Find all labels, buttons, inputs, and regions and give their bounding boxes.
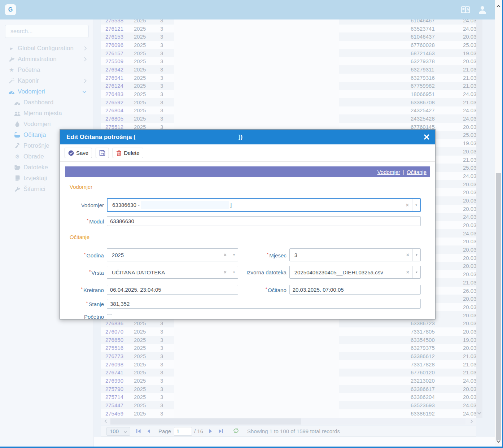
sidebar-item-administration[interactable]: Administration xyxy=(0,54,93,65)
book-icon xyxy=(14,175,21,181)
last-page-button[interactable] xyxy=(218,429,223,434)
record-id-link[interactable]: 276990 xyxy=(101,378,123,384)
hscroll-thumb[interactable] xyxy=(110,418,301,425)
record-id-link[interactable]: 276650 xyxy=(101,337,123,343)
page-number-input[interactable] xyxy=(174,427,192,436)
scroll-right-icon[interactable] xyxy=(467,418,476,425)
record-id-link[interactable]: 275459 xyxy=(101,410,123,417)
search-input[interactable] xyxy=(5,25,89,38)
stanje-input[interactable] xyxy=(107,299,421,309)
record-date: 20.03 xyxy=(463,206,476,212)
gauge-icon xyxy=(8,89,15,95)
user-icon[interactable] xyxy=(478,5,486,14)
record-id-link[interactable]: 276805 xyxy=(101,116,123,122)
app-logo[interactable]: G xyxy=(5,4,16,15)
ocitano-input[interactable] xyxy=(289,285,421,295)
record-id-link[interactable]: 275516 xyxy=(101,345,123,351)
record-id-link[interactable]: 276804 xyxy=(101,107,123,113)
sidebar-item-pocetna[interactable]: ★ Početna xyxy=(0,65,93,75)
sidebar-item-global-configuration[interactable]: ▸ Global Configuration xyxy=(0,43,93,54)
nav-link-vodomjer[interactable]: Vodomjer xyxy=(377,169,400,175)
record-month: 3 xyxy=(160,361,165,367)
record-id-link[interactable]: 276096 xyxy=(101,42,123,48)
record-meter-number: 63386204 xyxy=(411,394,436,400)
record-id-link[interactable]: 276070 xyxy=(101,329,123,335)
first-page-button[interactable] xyxy=(136,429,141,434)
record-id-link[interactable]: 275790 xyxy=(101,386,123,392)
scroll-down-icon[interactable] xyxy=(496,438,501,444)
clear-icon[interactable]: × xyxy=(403,202,412,208)
delete-button[interactable]: Delete xyxy=(113,148,143,158)
record-date: 24.03 xyxy=(463,91,476,97)
dropdown-caret-icon[interactable]: ▾ xyxy=(412,249,420,261)
page-scrollbar-thumb[interactable] xyxy=(496,173,501,440)
record-id-link[interactable]: 276098 xyxy=(101,361,123,367)
sidebar-item-kaponir[interactable]: Kaponir xyxy=(0,75,93,86)
dialog-title: Edit Očitana potrošnja ( xyxy=(66,134,136,141)
record-id-link[interactable]: 275447 xyxy=(101,402,123,408)
record-year: 2025 xyxy=(134,83,147,89)
clear-icon[interactable]: × xyxy=(220,252,230,258)
record-date: 20.03 xyxy=(463,148,476,155)
record-id-link[interactable]: 276941 xyxy=(101,75,123,81)
kreirano-input[interactable] xyxy=(107,285,238,295)
record-month: 3 xyxy=(160,337,165,343)
dropdown-caret-icon[interactable]: ▾ xyxy=(412,266,420,278)
sidebar-item-vodomjeri[interactable]: Vodomjeri xyxy=(0,86,93,97)
record-date: 24.03 xyxy=(463,214,476,220)
dialog-title-suffix: ]) xyxy=(239,134,242,141)
godina-combobox[interactable]: 2025 × ▾ xyxy=(107,248,238,261)
record-month: 3 xyxy=(160,345,165,351)
sidebar-item-mjerna-mjesta[interactable]: Mjerna mjesta xyxy=(0,108,93,119)
record-year: 2025 xyxy=(134,91,147,97)
record-date: 24.03 xyxy=(463,107,476,113)
chevron-down-icon[interactable] xyxy=(477,410,482,416)
sidebar-item-dashboard[interactable]: Dashboard xyxy=(0,97,93,108)
sidebar-item-vodomjeri-sub[interactable]: Vodomjeri xyxy=(0,119,93,130)
mjesec-combobox[interactable]: 3 × ▾ xyxy=(289,248,421,261)
save-icon-button[interactable] xyxy=(96,148,109,158)
gauge-icon xyxy=(14,100,21,105)
refresh-icon[interactable] xyxy=(233,428,239,435)
record-year: 2025 xyxy=(134,99,147,105)
dropdown-caret-icon[interactable]: ▾ xyxy=(230,266,238,278)
scroll-left-icon[interactable] xyxy=(101,418,110,425)
record-id-link[interactable]: 275714 xyxy=(101,394,123,400)
scroll-up-icon[interactable] xyxy=(496,3,501,9)
previous-page-button[interactable] xyxy=(147,429,150,434)
nav-link-ocitanje[interactable]: Očitanje xyxy=(407,169,427,175)
record-date: 19.03 xyxy=(463,50,476,56)
record-id-link[interactable]: 275538 xyxy=(101,19,123,23)
modul-input[interactable] xyxy=(107,216,421,226)
dropdown-caret-icon[interactable]: ▾ xyxy=(412,199,420,211)
record-id-link[interactable]: 276121 xyxy=(101,26,123,32)
record-id-link[interactable]: 275509 xyxy=(101,58,123,64)
vodomjer-combobox[interactable]: 63386630 -] × ▾ xyxy=(107,198,421,212)
izvorna-datoteka-combobox[interactable]: 20250406230405__DIEHL0325a.csv × ▾ xyxy=(289,266,421,279)
clear-icon[interactable]: × xyxy=(403,269,412,275)
record-id-link[interactable]: 276592 xyxy=(101,99,123,105)
record-id-link[interactable]: 276773 xyxy=(101,353,123,359)
record-id-link[interactable]: 276741 xyxy=(101,369,123,375)
record-id-link[interactable]: 276483 xyxy=(101,91,123,97)
record-id-link[interactable]: 276942 xyxy=(101,66,123,73)
vrsta-combobox[interactable]: UČITANA DATOTEKA × ▾ xyxy=(107,266,238,279)
record-id-link[interactable]: 276836 xyxy=(101,320,123,326)
table-vertical-scrollbar[interactable] xyxy=(476,19,482,418)
next-page-button[interactable] xyxy=(209,429,213,434)
translate-icon[interactable] xyxy=(460,5,471,14)
page-scrollbar[interactable] xyxy=(495,0,502,447)
record-date: 21.03 xyxy=(463,66,476,73)
clear-icon[interactable]: × xyxy=(220,269,230,275)
record-id-link[interactable]: 276157 xyxy=(101,50,123,56)
record-id-link[interactable]: 276124 xyxy=(101,83,123,89)
pocetno-checkbox[interactable] xyxy=(107,314,112,319)
clear-icon[interactable]: × xyxy=(403,252,412,258)
record-meter-number: 23213020 xyxy=(411,378,436,384)
save-button[interactable]: Save xyxy=(65,148,92,158)
close-icon[interactable] xyxy=(424,134,429,140)
hscroll-track[interactable] xyxy=(110,418,465,425)
record-id-link[interactable]: 276153 xyxy=(101,34,123,40)
dropdown-caret-icon[interactable]: ▾ xyxy=(230,249,238,261)
page-size-select[interactable]: 100 xyxy=(106,427,130,436)
